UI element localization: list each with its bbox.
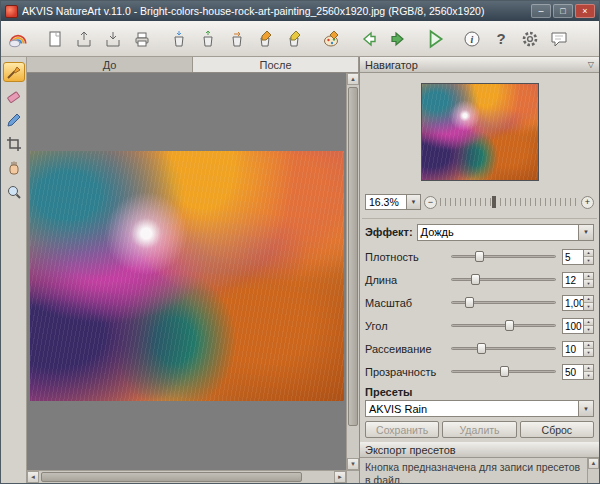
share-2-button[interactable] <box>194 25 222 53</box>
delete-preset-button[interactable]: Удалить <box>442 421 516 438</box>
spin-up-button[interactable]: ▲ <box>584 296 593 304</box>
scroll-right-button[interactable]: ► <box>334 471 346 483</box>
density-spinbox[interactable]: 5 ▲ ▼ <box>562 249 594 265</box>
reset-button[interactable]: Сброс <box>520 421 594 438</box>
tab-after[interactable]: После <box>193 57 359 72</box>
length-spinbox[interactable]: 12 ▲ ▼ <box>562 272 594 288</box>
spin-down-button[interactable]: ▼ <box>584 257 593 264</box>
undo-button[interactable] <box>355 25 383 53</box>
zoom-out-button[interactable]: − <box>424 196 437 209</box>
vertical-scroll-thumb[interactable] <box>348 87 358 426</box>
slider-thumb[interactable] <box>477 343 486 354</box>
import-presets-button[interactable] <box>252 25 280 53</box>
spin-up-button[interactable]: ▲ <box>584 342 593 350</box>
scroll-up-button[interactable]: ▲ <box>347 73 359 85</box>
scatter-spinbox[interactable]: 10 ▲ ▼ <box>562 341 594 357</box>
new-image-button[interactable] <box>41 25 69 53</box>
eraser-tool[interactable] <box>3 86 25 106</box>
spin-down-button[interactable]: ▼ <box>584 372 593 379</box>
spin-up-button[interactable]: ▲ <box>584 319 593 327</box>
slider-thumb[interactable] <box>500 366 509 377</box>
hint-scroll-up-button[interactable]: ▲ <box>588 458 599 469</box>
scroll-down-button[interactable]: ▼ <box>347 458 359 470</box>
spin-down-button[interactable]: ▼ <box>584 326 593 333</box>
canvas-vertical-scrollbar[interactable]: ▲ ▼ <box>346 73 359 470</box>
density-slider[interactable] <box>451 250 556 264</box>
spin-value: 1,00 <box>563 296 583 310</box>
scale-spinbox[interactable]: 1,00 ▲ ▼ <box>562 295 594 311</box>
navigator-header[interactable]: Навигатор ▽ <box>360 57 599 73</box>
settings-panel: Навигатор ▽ 16.3% ▼ − + Эффе <box>359 57 599 483</box>
horizontal-scroll-thumb[interactable] <box>41 472 302 482</box>
zoom-tool[interactable] <box>3 182 25 202</box>
print-button[interactable] <box>128 25 156 53</box>
collapse-icon[interactable]: ▽ <box>588 60 594 69</box>
zoom-in-button[interactable]: + <box>581 196 594 209</box>
spin-down-button[interactable]: ▼ <box>584 349 593 356</box>
slider-thumb[interactable] <box>505 320 514 331</box>
effect-area-brush-tool[interactable] <box>3 62 25 82</box>
maximize-button[interactable]: □ <box>553 4 573 18</box>
slider-thumb[interactable] <box>465 297 474 308</box>
spin-down-button[interactable]: ▼ <box>584 280 593 287</box>
spin-up-button[interactable]: ▲ <box>584 273 593 281</box>
spin-value: 10 <box>563 342 583 356</box>
export-presets-button[interactable] <box>281 25 309 53</box>
hint-text: Кнопка предназначена для записи пресетов… <box>360 458 599 483</box>
crop-tool[interactable] <box>3 134 25 154</box>
scrollbar-corner <box>346 470 359 483</box>
effect-dropdown[interactable]: Дождь ▼ <box>417 224 594 241</box>
angle-spinbox[interactable]: 100 ▲ ▼ <box>562 318 594 334</box>
effects-button[interactable] <box>318 25 346 53</box>
scale-slider[interactable] <box>451 296 556 310</box>
slider-thumb[interactable] <box>475 251 484 262</box>
tab-before[interactable]: До <box>27 57 193 72</box>
image-canvas[interactable]: ▲ ▼ ◄ ► <box>27 73 359 483</box>
minimize-button[interactable]: – <box>531 4 551 18</box>
transparency-spinbox[interactable]: 50 ▲ ▼ <box>562 364 594 380</box>
canvas-horizontal-scrollbar[interactable]: ◄ ► <box>27 470 346 483</box>
scatter-slider[interactable] <box>451 342 556 356</box>
save-image-button[interactable] <box>99 25 127 53</box>
share-bucket-icon <box>227 29 247 49</box>
share-1-button[interactable] <box>165 25 193 53</box>
export-presets-header[interactable]: Экспорт пресетов <box>360 442 599 458</box>
tool-strip <box>1 57 27 483</box>
zoom-slider[interactable] <box>440 195 578 209</box>
printer-icon <box>132 29 152 49</box>
slider-thumb[interactable] <box>471 274 480 285</box>
save-preset-button[interactable]: Сохранить <box>365 421 439 438</box>
effect-dropdown-icon[interactable]: ▼ <box>578 225 593 240</box>
share-bucket-icon <box>198 29 218 49</box>
feedback-button[interactable] <box>545 25 573 53</box>
navigator-thumbnail[interactable] <box>421 83 539 181</box>
scroll-left-button[interactable]: ◄ <box>27 471 39 483</box>
share-3-button[interactable] <box>223 25 251 53</box>
preset-dropdown-icon[interactable]: ▼ <box>578 401 593 416</box>
run-button[interactable] <box>421 25 449 53</box>
spin-up-button[interactable]: ▲ <box>584 250 593 258</box>
info-button[interactable]: i <box>458 25 486 53</box>
zoom-slider-thumb[interactable] <box>492 196 496 208</box>
zoom-combobox[interactable]: 16.3% ▼ <box>365 194 421 210</box>
zoom-dropdown-icon[interactable]: ▼ <box>407 194 421 210</box>
close-button[interactable]: × <box>575 4 595 18</box>
hand-tool[interactable] <box>3 158 25 178</box>
edited-image[interactable] <box>30 151 344 401</box>
hint-scrollbar[interactable]: ▲ <box>587 458 599 483</box>
separator <box>362 213 597 219</box>
reference-pencil-tool[interactable] <box>3 110 25 130</box>
length-slider[interactable] <box>451 273 556 287</box>
preferences-button[interactable] <box>516 25 544 53</box>
angle-slider[interactable] <box>451 319 556 333</box>
zoom-value[interactable]: 16.3% <box>365 194 407 210</box>
help-button[interactable]: ? <box>487 25 515 53</box>
transparency-slider[interactable] <box>451 365 556 379</box>
open-image-button[interactable] <box>70 25 98 53</box>
redo-button[interactable] <box>384 25 412 53</box>
eraser-icon <box>5 87 23 105</box>
spin-down-button[interactable]: ▼ <box>584 303 593 310</box>
export-presets-title: Экспорт пресетов <box>365 444 456 456</box>
preset-dropdown[interactable]: AKVIS Rain ▼ <box>365 400 594 417</box>
spin-up-button[interactable]: ▲ <box>584 365 593 373</box>
